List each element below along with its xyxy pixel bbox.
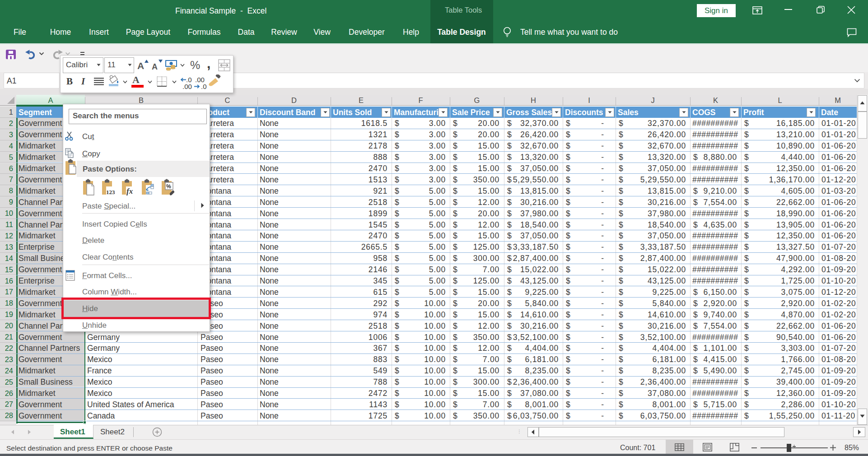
- svg-text:%: %: [166, 183, 171, 190]
- svg-text:fx: fx: [126, 187, 133, 195]
- svg-text:123: 123: [106, 189, 115, 195]
